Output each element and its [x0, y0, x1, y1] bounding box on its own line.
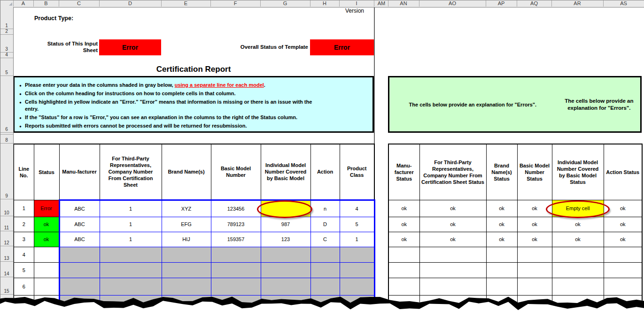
- cell-company-status[interactable]: ok: [419, 232, 486, 247]
- col-header-A[interactable]: A: [13, 0, 34, 7]
- entry-cell[interactable]: [162, 247, 211, 262]
- cell-manufacturer[interactable]: ABC: [59, 217, 100, 232]
- row-header-4[interactable]: 4: [0, 53, 13, 58]
- entry-cell[interactable]: [59, 247, 100, 262]
- entry-cell[interactable]: [310, 247, 340, 262]
- cell-action[interactable]: C: [310, 232, 340, 247]
- col-header-D[interactable]: D: [99, 0, 162, 7]
- cell-action-status[interactable]: ok: [604, 232, 642, 247]
- col-individual-model[interactable]: Individual Model Number Covered by Basic…: [261, 144, 310, 200]
- cell-product-class[interactable]: 1: [340, 232, 374, 247]
- cell-manufacturer-status[interactable]: ok: [388, 200, 419, 217]
- cell-basic-status[interactable]: ok: [517, 217, 552, 232]
- cell-status[interactable]: Error: [34, 200, 59, 217]
- entry-cell[interactable]: [59, 262, 100, 278]
- cell-line-no[interactable]: 5: [14, 262, 34, 278]
- cell-company-status[interactable]: ok: [419, 200, 486, 217]
- cell-company-status[interactable]: ok: [419, 217, 486, 232]
- entry-cell[interactable]: [310, 262, 340, 278]
- entry-cell[interactable]: [261, 262, 310, 278]
- col-header-AN[interactable]: AN: [388, 0, 419, 7]
- entry-cell[interactable]: [162, 262, 211, 278]
- entry-cell[interactable]: [100, 262, 162, 278]
- row-header-11[interactable]: 11: [0, 216, 13, 231]
- cell-brand-status[interactable]: ok: [486, 200, 517, 217]
- row-header-14[interactable]: 14: [0, 262, 13, 277]
- cell-line-no[interactable]: 2: [14, 217, 34, 232]
- cell-status[interactable]: ok: [34, 217, 59, 232]
- cell-line-no[interactable]: 3: [14, 232, 34, 247]
- overall-status-badge[interactable]: Error: [310, 39, 374, 55]
- cell-product-class[interactable]: 5: [340, 217, 374, 232]
- cell-basic-model[interactable]: 159357: [211, 232, 261, 247]
- error-circle-annotation[interactable]: [257, 200, 312, 218]
- cell-manufacturer-status[interactable]: ok: [388, 232, 419, 247]
- col-company-number[interactable]: For Third-Party Representatives, Company…: [100, 144, 162, 200]
- select-all-corner[interactable]: [0, 0, 14, 7]
- col-individual-model-status[interactable]: Individual Model Number Covered by Basic…: [552, 144, 604, 200]
- cell-manufacturer[interactable]: ABC: [59, 200, 100, 217]
- row-header-13[interactable]: 13: [0, 246, 13, 262]
- status-cell-empty[interactable]: [388, 262, 419, 278]
- row-header-1[interactable]: 1: [0, 7, 13, 29]
- status-cell-empty[interactable]: [388, 247, 419, 262]
- col-action-status[interactable]: Action Status: [604, 144, 642, 200]
- col-header-H[interactable]: H: [310, 0, 340, 7]
- cell-status-empty[interactable]: [34, 247, 59, 262]
- col-header-B[interactable]: B: [33, 0, 59, 7]
- status-cell-empty[interactable]: [517, 247, 552, 262]
- col-header-G[interactable]: G: [260, 0, 310, 7]
- cell-brand[interactable]: XYZ: [162, 200, 211, 217]
- error-circle-annotation[interactable]: [546, 200, 610, 218]
- col-header-F[interactable]: F: [210, 0, 261, 7]
- cell-status[interactable]: ok: [34, 232, 59, 247]
- col-manufacturer[interactable]: Manu-facturer: [59, 144, 100, 200]
- cell-action-status[interactable]: ok: [604, 217, 642, 232]
- col-header-AQ[interactable]: AQ: [517, 0, 552, 7]
- col-header-I[interactable]: I: [339, 0, 374, 7]
- entry-cell[interactable]: [211, 247, 261, 262]
- entry-cell[interactable]: [340, 247, 374, 262]
- cell-line-no[interactable]: 4: [14, 247, 34, 262]
- entry-cell[interactable]: [261, 247, 310, 262]
- col-brand-names-status[interactable]: Brand Name(s) Status: [486, 144, 517, 200]
- cell-product-class[interactable]: 4: [340, 200, 374, 217]
- col-header-C[interactable]: C: [59, 0, 100, 7]
- separate-line-link[interactable]: using a separate line for each model: [175, 82, 264, 88]
- entry-cell[interactable]: [211, 262, 261, 278]
- col-header-E[interactable]: E: [161, 0, 211, 7]
- cell-line-no[interactable]: 1: [14, 200, 34, 217]
- cell-individual-status[interactable]: ok: [552, 217, 604, 232]
- status-cell-empty[interactable]: [486, 247, 517, 262]
- cell-brand[interactable]: HIJ: [162, 232, 211, 247]
- row-header-12[interactable]: 12: [0, 231, 13, 246]
- col-basic-model-status[interactable]: Basic Model Number Status: [517, 144, 552, 200]
- row-header-8[interactable]: 8: [0, 135, 13, 144]
- col-header-AO[interactable]: AO: [419, 0, 486, 7]
- cell-action[interactable]: D: [310, 217, 340, 232]
- status-cell-empty[interactable]: [517, 262, 552, 278]
- col-status[interactable]: Status: [34, 144, 59, 200]
- cell-individual-model[interactable]: 123: [261, 232, 310, 247]
- cell-basic-status[interactable]: ok: [517, 232, 552, 247]
- entry-cell[interactable]: [340, 262, 374, 278]
- row-header-9[interactable]: 9: [0, 144, 13, 199]
- col-brand-names[interactable]: Brand Name(s): [162, 144, 211, 200]
- status-cell-empty[interactable]: [552, 262, 604, 278]
- row-header-5[interactable]: 5: [0, 58, 13, 76]
- row-header-2[interactable]: 2: [0, 29, 13, 35]
- cell-basic-model[interactable]: 789123: [211, 217, 261, 232]
- cell-individual-status[interactable]: ok: [552, 232, 604, 247]
- status-cell-empty[interactable]: [419, 262, 486, 278]
- cell-manufacturer[interactable]: ABC: [59, 232, 100, 247]
- row-header-3[interactable]: 3: [0, 35, 13, 53]
- col-basic-model[interactable]: Basic Model Number: [211, 144, 261, 200]
- cell-company-number[interactable]: 1: [100, 232, 162, 247]
- status-cell-empty[interactable]: [604, 247, 642, 262]
- cell-action[interactable]: n: [310, 200, 340, 217]
- cell-basic-model[interactable]: 123456: [211, 200, 261, 217]
- entry-cell[interactable]: [100, 247, 162, 262]
- cell-company-number[interactable]: 1: [100, 217, 162, 232]
- col-header-AM[interactable]: AM: [375, 0, 388, 7]
- status-cell-empty[interactable]: [419, 247, 486, 262]
